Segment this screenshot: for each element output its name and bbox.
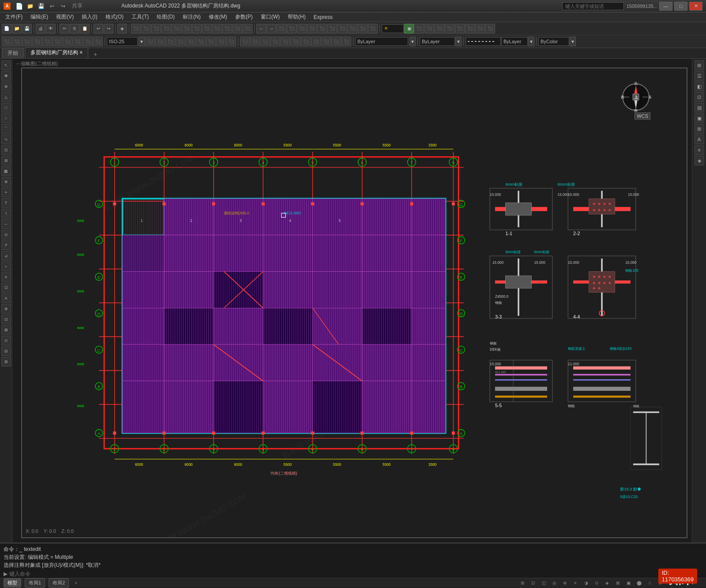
tb-b9[interactable]: ⬛ (212, 24, 222, 34)
dynucs-toggle[interactable]: ⊠ (614, 580, 621, 587)
linecolor-toggle[interactable]: ⬤ (635, 580, 642, 587)
rt-b8[interactable]: A (695, 135, 704, 144)
tb-b16[interactable]: ⬛ (287, 24, 297, 34)
tb-undo[interactable]: ↩ (94, 24, 103, 34)
bycolor-combo[interactable]: ByColor (538, 37, 569, 46)
tb-b11[interactable]: ⬛ (233, 24, 242, 34)
tb-b4[interactable]: ⬛ (161, 24, 171, 34)
command-input[interactable] (9, 571, 702, 577)
tb-b32[interactable]: ⬛ (475, 24, 485, 34)
tb2-b17[interactable]: ⬛ (206, 37, 216, 46)
lt-b6[interactable]: ⌒ (1, 124, 11, 134)
tb-b29[interactable]: ⬛ (445, 24, 454, 34)
lt-b17[interactable]: ↱ (1, 240, 11, 250)
tb2-b8[interactable]: ⬛ (73, 37, 83, 46)
tb-b22[interactable]: ⬛ (348, 24, 357, 34)
tb-b33[interactable]: ⬛ (485, 24, 495, 34)
redo-btn[interactable]: ↪ (58, 1, 68, 11)
lt-b11[interactable]: ⊗ (1, 177, 11, 187)
rt-b1[interactable]: ⊞ (695, 60, 704, 70)
tb2-b7[interactable]: ⬛ (63, 37, 72, 46)
menu-insert[interactable]: 插入(I) (78, 12, 101, 22)
tb-b23[interactable]: ⬛ (358, 24, 368, 34)
tb-b28[interactable]: ⬛ (435, 24, 444, 34)
tb-open[interactable]: 📁 (12, 24, 22, 34)
lt-b20[interactable]: ≡ (1, 272, 11, 282)
rt-b4[interactable]: ⊡ (695, 92, 704, 102)
status-add-layout[interactable]: + (72, 580, 79, 587)
lt-b9[interactable]: ⊞ (1, 156, 11, 165)
tab-start[interactable]: 开始 (2, 48, 24, 58)
tb2-b11[interactable]: ⬛ (145, 37, 155, 46)
tb2-b12[interactable]: ⬛ (155, 37, 165, 46)
lt-b1[interactable]: ✤ (1, 71, 11, 81)
lt-b25[interactable]: ⊠ (1, 325, 11, 335)
ortho-toggle[interactable]: ◫ (540, 580, 547, 587)
bylayer3-dropdown[interactable]: ▼ (528, 37, 534, 46)
lt-b22[interactable]: A (1, 293, 11, 303)
bylayer2-combo[interactable]: ByLayer (420, 37, 455, 46)
lt-b16[interactable]: ⊙ (1, 230, 11, 240)
bylayer1-dropdown[interactable]: ▼ (409, 37, 416, 46)
menu-modify[interactable]: 修改(M) (205, 12, 231, 22)
rt-b2[interactable]: ☰ (695, 71, 704, 81)
osnap-toggle[interactable]: ⊕ (561, 580, 568, 587)
lt-select[interactable]: ↖ (1, 60, 11, 70)
menu-draw[interactable]: 绘图(D) (153, 12, 178, 22)
tb2-b24[interactable]: ⬛ (281, 37, 290, 46)
rt-b3[interactable]: ◧ (695, 82, 704, 91)
menu-help[interactable]: 帮助(H) (284, 12, 309, 22)
bylayer2-dropdown[interactable]: ▼ (455, 37, 462, 46)
tb-b25[interactable]: ▣ (404, 24, 414, 34)
tb-match[interactable]: ◈ (117, 24, 127, 34)
lt-b19[interactable]: ⌁ (1, 262, 11, 271)
iso-dropdown[interactable]: ▼ (139, 37, 145, 46)
status-tab-layout1[interactable]: 布局1 (25, 578, 45, 588)
lt-b28[interactable]: ⊞ (1, 357, 11, 367)
lt-b7[interactable]: ∿ (1, 135, 11, 144)
tb-b3[interactable]: ⬛ (151, 24, 161, 34)
3dosnap-toggle[interactable]: ◈ (604, 580, 611, 587)
menu-parametric[interactable]: 参数(P) (232, 12, 256, 22)
tb-b5[interactable]: ⬛ (172, 24, 181, 34)
tb-b15[interactable]: ⬛ (277, 24, 286, 34)
lt-b27[interactable]: ⊟ (1, 346, 11, 356)
tb-b21[interactable]: ⬛ (338, 24, 347, 34)
tb-b20[interactable]: ⬛ (327, 24, 337, 34)
lt-b8[interactable]: ⊡ (1, 145, 11, 155)
tb-b8[interactable]: ⬛ (202, 24, 212, 34)
selcycle-toggle[interactable]: ⊙ (593, 580, 600, 587)
tb-print[interactable]: 🖨 (36, 24, 45, 34)
cad-canvas[interactable]: 知末网 WWW.ZNZMO.COM 知末网 WWW.ZNZMO.COM 知末网 … (21, 67, 687, 538)
tb-b24[interactable]: ⬛ (368, 24, 378, 34)
polar-toggle[interactable]: ◎ (551, 580, 558, 587)
menu-window[interactable]: 窗口(W) (257, 12, 283, 22)
tb-copy[interactable]: ⎘ (70, 24, 79, 34)
iso-combo[interactable]: ISO-25 (107, 37, 138, 46)
grid-toggle[interactable]: ⊞ (519, 580, 526, 587)
tb-paste[interactable]: 📋 (80, 24, 90, 34)
rt-b6[interactable]: ▣ (695, 113, 704, 123)
lt-b26[interactable]: ⊙ (1, 336, 11, 345)
lt-b2[interactable]: ⊕ (1, 82, 11, 91)
tb2-b3[interactable]: ⬛ (22, 37, 32, 46)
tb-b14[interactable]: → (267, 24, 276, 34)
lt-b13[interactable]: T (1, 198, 11, 208)
tb2-b13[interactable]: ⬛ (165, 37, 175, 46)
tb-b7[interactable]: ⬛ (192, 24, 202, 34)
tb2-b15[interactable]: ⬛ (186, 37, 195, 46)
tab-drawing[interactable]: 多层钢结构厂房结构 × (25, 47, 88, 58)
tb-b2[interactable]: ⬛ (141, 24, 151, 34)
tb-b27[interactable]: ⬛ (424, 24, 434, 34)
tb2-b20[interactable]: ⬛ (240, 37, 250, 46)
menu-tools[interactable]: 工具(T) (128, 12, 152, 22)
tb2-b16[interactable]: ⬛ (196, 37, 206, 46)
open-btn[interactable]: 📁 (25, 1, 35, 11)
lineweight-toggle[interactable]: ≡ (572, 580, 579, 587)
tb-b12[interactable]: ⬛ (243, 24, 252, 34)
lt-b24[interactable]: ⊡ (1, 315, 11, 324)
tb-cut[interactable]: ✂ (60, 24, 69, 34)
rt-b5[interactable]: ▤ (695, 103, 704, 112)
tb2-b2[interactable]: ⬛ (12, 37, 22, 46)
lt-b15[interactable]: ↔ (1, 219, 11, 229)
